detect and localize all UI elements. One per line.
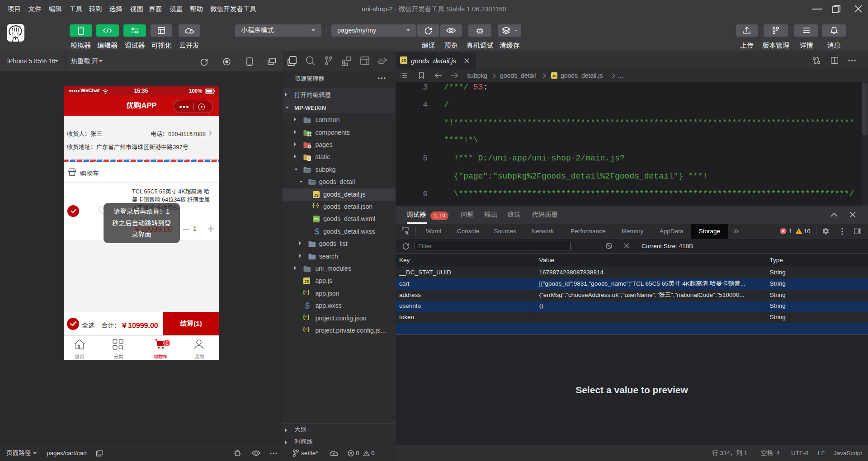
svg-text:JS: JS (304, 279, 309, 284)
svg-text:<>: <> (314, 217, 319, 221)
svg-text:JS: JS (401, 58, 406, 63)
svg-text:JS: JS (314, 193, 319, 197)
svg-text:JS: JS (552, 74, 557, 78)
